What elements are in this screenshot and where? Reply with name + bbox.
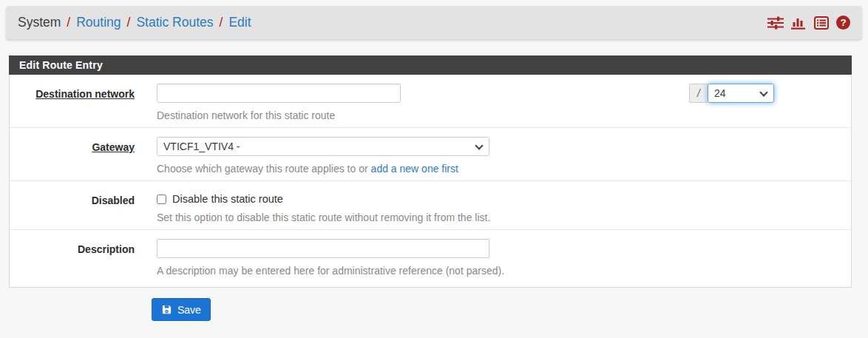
panel-title: Edit Route Entry	[9, 55, 852, 75]
gateway-label[interactable]: Gateway	[92, 141, 135, 153]
gateway-select-wrap: VTICF1_VTIV4 -	[157, 137, 489, 156]
disabled-row: Disabled Disable this static route Set t…	[10, 181, 851, 230]
add-gateway-link[interactable]: add a new one first	[371, 163, 458, 175]
destination-network-content: Destination network for this static rout…	[157, 84, 851, 123]
subnet-mask-select[interactable]: 24	[708, 84, 774, 103]
gateway-help-text: Choose which gateway this route applies …	[157, 163, 368, 175]
breadcrumb-separator: /	[67, 15, 70, 30]
description-help: A description may be entered here for ad…	[157, 264, 833, 278]
save-icon	[161, 304, 172, 315]
gateway-content: VTICF1_VTIV4 - Choose which gateway this…	[157, 137, 851, 176]
breadcrumb-separator: /	[220, 15, 223, 30]
breadcrumb-separator: /	[127, 15, 131, 30]
breadcrumb-item-static-routes[interactable]: Static Routes	[136, 15, 213, 30]
gateway-label-col: Gateway	[10, 137, 157, 176]
disabled-label-col: Disabled	[10, 190, 157, 225]
disable-route-checkbox-line: Disable this static route	[157, 190, 833, 205]
destination-network-label-col: Destination network	[10, 84, 157, 123]
list-icon[interactable]	[814, 16, 829, 30]
disabled-content: Disable this static route Set this optio…	[157, 190, 851, 225]
disabled-label: Disabled	[92, 195, 135, 206]
edit-route-entry-panel: Edit Route Entry Destination network Des…	[9, 55, 852, 288]
subnet-mask-select-wrap: 24	[708, 84, 774, 103]
description-content: A description may be entered here for ad…	[157, 239, 851, 278]
breadcrumb: System / Routing / Static Routes / Edit	[18, 15, 251, 30]
save-button[interactable]: Save	[152, 298, 211, 321]
description-label: Description	[78, 243, 135, 255]
destination-network-row: Destination network Destination network …	[10, 75, 851, 128]
destination-network-label[interactable]: Destination network	[35, 88, 135, 100]
chart-bar-icon[interactable]	[791, 16, 807, 30]
disabled-help: Set this option to disable this static r…	[157, 211, 833, 225]
description-label-col: Description	[10, 239, 157, 278]
destination-network-help: Destination network for this static rout…	[157, 109, 401, 123]
breadcrumb-item-system: System	[18, 15, 61, 30]
destination-network-input-block: Destination network for this static rout…	[157, 84, 401, 123]
help-icon[interactable]: ?	[836, 16, 850, 30]
description-row: Description A description may be entered…	[10, 230, 851, 287]
breadcrumb-item-routing[interactable]: Routing	[76, 15, 121, 30]
breadcrumb-bar: System / Routing / Static Routes / Edit	[6, 6, 862, 39]
save-button-label: Save	[177, 304, 201, 316]
breadcrumb-item-edit[interactable]: Edit	[228, 15, 251, 30]
destination-network-input[interactable]	[157, 84, 401, 103]
panel-body: Destination network Destination network …	[9, 75, 852, 288]
gateway-select[interactable]: VTICF1_VTIV4 -	[157, 137, 489, 156]
gateway-help: Choose which gateway this route applies …	[157, 162, 833, 176]
mask-prefix-addon: /	[689, 84, 708, 103]
header-icon-group: ?	[767, 16, 850, 30]
subnet-mask-group: / 24	[689, 84, 774, 103]
gateway-row: Gateway VTICF1_VTIV4 - Choose which gate…	[10, 128, 851, 181]
description-input[interactable]	[157, 239, 489, 258]
disable-route-checkbox-label[interactable]: Disable this static route	[172, 193, 283, 205]
disable-route-checkbox[interactable]	[157, 195, 166, 204]
sliders-icon[interactable]	[767, 16, 784, 30]
